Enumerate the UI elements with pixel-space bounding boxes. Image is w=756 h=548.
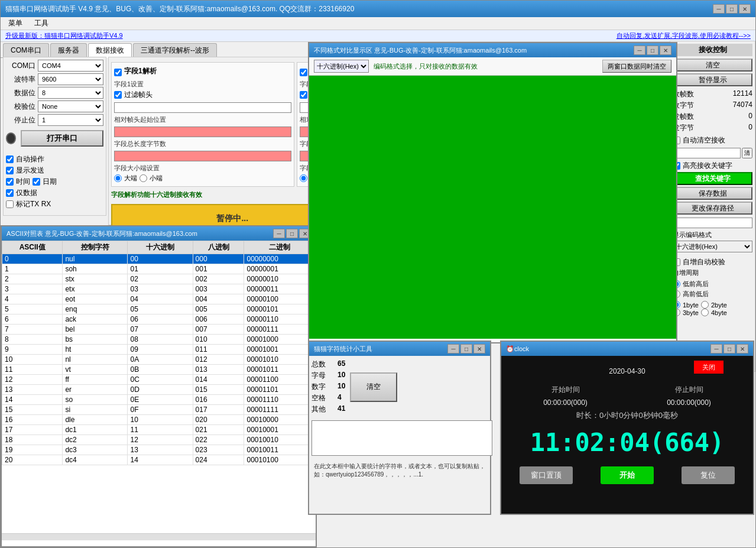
ascii-table-row[interactable]: 9ht0901100001001 [2,345,316,355]
byte2-radio[interactable] [701,301,709,309]
seg1-filter-checkbox[interactable] [114,91,122,99]
clear-both-button[interactable]: 两窗口数据同时清空 [602,60,671,73]
compare-minimize-button[interactable]: ─ [634,46,645,55]
com-port-select[interactable]: COM4 [38,60,103,72]
ascii-table-row[interactable]: 8bs0801000001000 [2,335,316,345]
seg1-settings-label: 字段1设置 [114,80,291,89]
change-path-button[interactable]: 更改保存路径 [673,202,752,215]
char-maximize-button[interactable]: □ [460,344,472,354]
data-only-checkbox[interactable] [6,189,14,197]
stop-bits-select[interactable]: 1 [38,114,103,126]
baud-rate-row: 波特率 9600 [6,73,103,85]
upgrade-link[interactable]: 升级最新版：猫猫串口网络调试助手V4.9 [5,31,123,40]
tab-com[interactable]: COM串口 [3,43,49,57]
data-bits-label: 数据位 [6,88,35,98]
pause-display-button[interactable]: 暂停显示 [673,73,752,86]
seg1-start-input[interactable]: 4 [114,127,291,137]
clear-char-button[interactable]: 清空 [350,372,397,402]
clear-receive-button[interactable]: 清空 [673,59,752,72]
show-send-row: 显示发送 [6,166,103,176]
seg2-enable-checkbox[interactable] [300,69,307,76]
ascii-table-row[interactable]: 10nl0A01200001010 [2,355,316,365]
ascii-table-row[interactable]: 5enq0500500000101 [2,304,316,314]
reset-timer-button[interactable]: 复位 [682,466,735,484]
date-checkbox[interactable] [33,178,40,186]
ascii-table-row[interactable]: 7bel0700700000111 [2,325,316,335]
ascii-table-row[interactable]: 4eot0400400000100 [2,294,316,304]
clock-content: 2020-04-30 关闭 开始时间 停止时间 00:00:00(000) 00… [501,356,753,489]
seg1-enable-checkbox[interactable] [114,69,122,76]
ascii-table-cell: 00000000 [244,254,316,264]
start-time-value: 00:00:00(000) [543,398,588,407]
clock-red-button[interactable]: 关闭 [694,361,723,374]
tab-receive[interactable]: 数据接收 [88,43,132,58]
time-checkbox[interactable] [6,178,14,186]
ascii-maximize-button[interactable]: □ [286,229,298,238]
fullscreen-button[interactable]: 窗口置顶 [520,466,573,484]
clock-close-button[interactable]: ✕ [736,344,748,354]
ascii-table-cell: 023 [193,445,244,455]
auto-run-checkbox[interactable] [6,155,14,163]
char-minimize-button[interactable]: ─ [447,344,459,354]
ascii-table-row[interactable]: 17dc11102100010001 [2,425,316,435]
search-keyword-button[interactable]: 查找关键字 [673,172,752,185]
ascii-table-row[interactable]: 15si0F01700001111 [2,405,316,415]
char-input-textarea[interactable] [312,420,492,456]
ascii-table-row[interactable]: 13er0D01500001101 [2,385,316,395]
ascii-table-row[interactable]: 20dc41402400010100 [2,455,316,465]
compare-maximize-button[interactable]: □ [647,46,658,55]
tab-segment[interactable]: 三通道字段解析--波形 [133,43,217,57]
baud-rate-select[interactable]: 9600 [38,73,103,85]
save-data-button[interactable]: 保存数据 [673,187,752,200]
ascii-horizontal-scrollbar[interactable] [2,533,316,540]
compare-format-select[interactable]: 十六进制(Hex) [314,60,369,73]
start-timer-button[interactable]: 开始 [601,466,654,484]
clock-minimize-button[interactable]: ─ [710,344,722,354]
baud-rate-label: 波特率 [6,74,35,85]
format-select[interactable]: 十六进制(Hex) [673,241,752,252]
clock-maximize-button[interactable]: □ [723,344,735,354]
seg2-big-endian-radio[interactable] [300,174,307,182]
data-bits-select[interactable]: 8 [38,87,103,99]
seg1-big-endian-radio[interactable] [114,174,122,182]
ascii-table-row[interactable]: 14so0E01600001110 [2,395,316,405]
ascii-table-row[interactable]: 16dle1002000010000 [2,415,316,425]
ascii-table-cell: 14 [128,455,193,465]
ascii-table-row[interactable]: 11vt0B01300001011 [2,365,316,375]
ascii-table-cell: etx [63,284,128,294]
mark-tx-rx-checkbox[interactable] [6,200,14,208]
ascii-table-cell: 00000100 [244,294,316,304]
char-hint: 在此文本框中输入要统计的字符串，或者文本，也可以复制粘贴，如：qwertyuio… [309,460,490,481]
menu-item-0[interactable]: 菜单 [3,17,28,30]
ascii-table-row[interactable]: 2stx0200200000010 [2,274,316,284]
seg1-len-input[interactable]: 1 [114,151,291,161]
ascii-table-row[interactable]: 0nul0000000000000 [2,254,316,264]
open-port-button[interactable]: 打开串口 [21,130,103,147]
close-button[interactable]: ✕ [739,4,751,14]
seg1-filter-input[interactable]: 00 01 02 03 [114,102,291,113]
keyword-input[interactable] [673,148,741,158]
char-close-button[interactable]: ✕ [473,344,485,354]
menu-item-1[interactable]: 工具 [29,17,54,30]
ascii-table-row[interactable]: 12ff0C01400001100 [2,375,316,385]
ascii-minimize-button[interactable]: ─ [273,229,285,238]
tab-server[interactable]: 服务器 [50,43,87,57]
ascii-table-scroll[interactable]: ASCII值 控制字符 十六进制 八进制 二进制 0nul00000000000… [2,241,316,533]
seg2-filter-checkbox[interactable] [300,91,307,99]
parity-select[interactable]: None [38,100,103,112]
ascii-table-row[interactable]: 1soh0100100000001 [2,264,316,274]
ascii-table-row[interactable]: 18dc21202200010010 [2,435,316,445]
ascii-table-row[interactable]: 6ack0600600000110 [2,314,316,325]
tutorial-link[interactable]: 自动回复,发送扩展,字段波形,使用必读教程-->> [617,31,751,40]
ascii-table-row[interactable]: 3etx0300300000011 [2,284,316,294]
minimize-button[interactable]: ─ [713,4,725,14]
ascii-table-cell: 9 [2,345,63,355]
compare-close-button[interactable]: ✕ [660,46,671,55]
save-path-input[interactable]: C:\Users\jowo\De [673,218,752,228]
clear-keyword-button[interactable]: 清 [742,148,752,158]
byte4-radio[interactable] [701,309,709,316]
show-send-checkbox[interactable] [6,167,14,174]
seg1-little-endian-radio[interactable] [139,174,147,182]
maximize-button[interactable]: □ [726,4,738,14]
ascii-table-row[interactable]: 19dc31302300010011 [2,445,316,455]
